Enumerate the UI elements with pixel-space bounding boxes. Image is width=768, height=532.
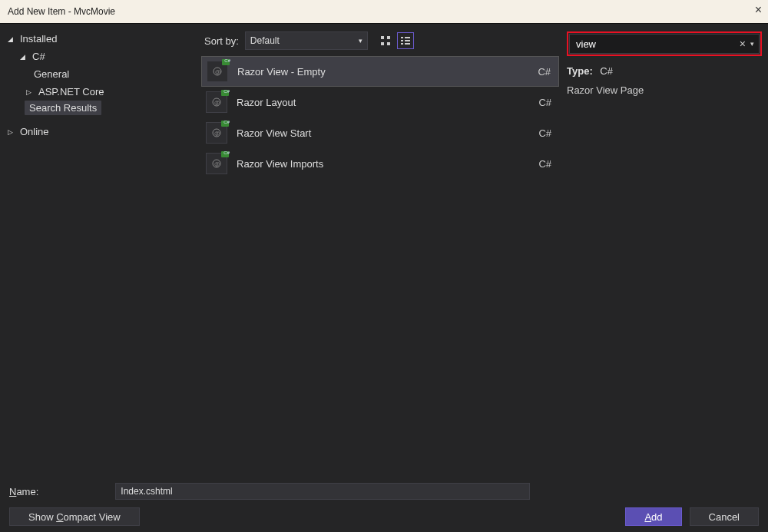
template-razor-view-start[interactable]: @ Razor View Start C# — [201, 117, 559, 148]
template-name: Razor View Start — [237, 127, 529, 139]
razor-file-icon: @ — [206, 91, 227, 113]
type-label: Type: — [567, 65, 593, 77]
svg-rect-9 — [405, 43, 410, 45]
chevron-right-icon: ▷ — [26, 88, 34, 96]
tree-label: General — [34, 68, 69, 80]
chevron-down-icon[interactable]: ▾ — [749, 40, 756, 48]
show-compact-view-button[interactable]: Show Compact View — [9, 507, 140, 526]
close-icon[interactable]: × — [755, 3, 762, 17]
svg-rect-8 — [401, 43, 403, 45]
template-lang: C# — [538, 97, 551, 108]
chevron-down-icon: ▾ — [359, 37, 362, 45]
tree-label: ASP.NET Core — [38, 86, 104, 97]
svg-text:@: @ — [214, 100, 220, 105]
clear-icon[interactable]: × — [737, 38, 749, 50]
tree-label: Search Results — [29, 102, 97, 114]
template-lang: C# — [538, 66, 551, 78]
template-razor-view-imports[interactable]: @ Razor View Imports C# — [201, 148, 559, 179]
window-title: Add New Item - MvcMovie — [8, 6, 115, 17]
tree-label: C# — [32, 51, 45, 62]
tree-aspnet[interactable]: ▷ ASP.NET Core — [3, 83, 197, 101]
details-panel: × ▾ Type: C# Razor View Page — [561, 24, 768, 478]
tree-general[interactable]: General — [3, 65, 197, 83]
svg-rect-4 — [401, 37, 403, 38]
name-row: Name: — [9, 483, 759, 500]
grid-icon — [380, 35, 391, 46]
template-name: Razor View Imports — [237, 158, 529, 170]
chevron-right-icon: ▷ — [8, 128, 15, 136]
tree-label: Installed — [20, 33, 57, 45]
grid-view-button[interactable] — [377, 32, 394, 49]
sort-bar: Sort by: Default ▾ — [200, 24, 561, 56]
type-value: C# — [600, 65, 613, 77]
cancel-button[interactable]: Cancel — [690, 507, 759, 526]
sort-value: Default — [250, 35, 280, 46]
template-lang: C# — [538, 127, 551, 139]
body: ◢ Installed ◢ C# General ▷ ASP.NET Core … — [0, 23, 768, 478]
template-lang: C# — [538, 158, 551, 170]
tree-online[interactable]: ▷ Online — [3, 123, 197, 140]
svg-text:@: @ — [214, 131, 220, 136]
svg-text:@: @ — [215, 69, 220, 74]
tree-installed[interactable]: ◢ Installed — [3, 30, 197, 48]
svg-rect-6 — [401, 40, 403, 41]
svg-text:@: @ — [214, 161, 220, 167]
search-highlight: × ▾ — [567, 31, 762, 56]
svg-rect-3 — [387, 42, 390, 45]
name-input[interactable] — [115, 483, 530, 500]
chevron-down-icon: ◢ — [8, 35, 15, 43]
template-name: Razor Layout — [237, 97, 529, 108]
sort-dropdown[interactable]: Default ▾ — [245, 31, 368, 50]
tree-search-results[interactable]: Search Results — [25, 101, 101, 115]
sort-label: Sort by: — [204, 35, 239, 47]
view-toggle — [377, 32, 414, 49]
tree-csharp[interactable]: ◢ C# — [3, 48, 197, 65]
chevron-down-icon: ◢ — [20, 53, 28, 61]
razor-file-icon: @ — [206, 122, 227, 144]
list-view-button[interactable] — [397, 32, 414, 49]
titlebar: Add New Item - MvcMovie × — [0, 0, 768, 23]
tree-label: Online — [20, 126, 49, 137]
center-panel: Sort by: Default ▾ @ Razor View - Empty … — [200, 24, 561, 478]
template-name: Razor View - Empty — [237, 66, 528, 78]
svg-rect-1 — [387, 36, 390, 39]
svg-rect-7 — [405, 40, 410, 41]
svg-rect-0 — [381, 36, 384, 39]
razor-file-icon: @ — [206, 153, 227, 174]
svg-rect-5 — [405, 37, 410, 38]
detail-type-row: Type: C# — [567, 65, 762, 77]
name-label: Name: — [9, 486, 38, 497]
add-button[interactable]: Add — [625, 507, 681, 526]
search-box: × ▾ — [569, 34, 760, 54]
template-razor-layout[interactable]: @ Razor Layout C# — [201, 87, 559, 117]
template-list: @ Razor View - Empty C# @ Razor Layout C… — [200, 56, 561, 478]
category-tree: ◢ Installed ◢ C# General ▷ ASP.NET Core … — [0, 24, 200, 478]
razor-file-icon: @ — [207, 61, 228, 82]
template-razor-view-empty[interactable]: @ Razor View - Empty C# — [201, 56, 559, 87]
footer: Name: Show Compact View Add Cancel — [0, 478, 768, 532]
button-row: Show Compact View Add Cancel — [9, 507, 759, 526]
search-input[interactable] — [576, 38, 737, 50]
svg-rect-2 — [381, 42, 384, 45]
list-icon — [400, 35, 411, 46]
template-description: Razor View Page — [567, 84, 762, 96]
